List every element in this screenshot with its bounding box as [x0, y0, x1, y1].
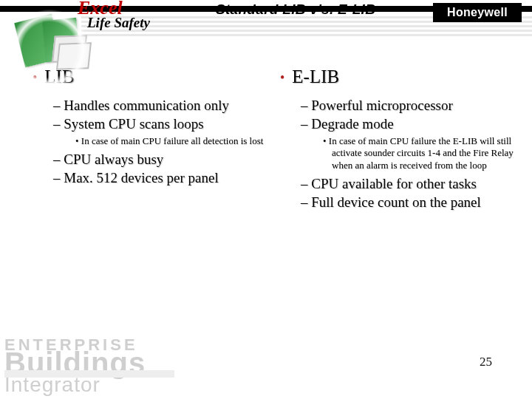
ebi-band	[4, 370, 174, 378]
column-elib: • E-LIB Powerful microprocessor Degrade …	[280, 66, 519, 213]
lib-point: System CPU scans loops	[53, 116, 271, 132]
page-number: 25	[480, 355, 492, 369]
column-lib: • LIB Handles communication only System …	[33, 66, 271, 213]
lib-point: CPU always busy	[53, 151, 271, 168]
bullet-icon: •	[280, 66, 284, 93]
product-subname: Life Safety	[87, 15, 150, 31]
elib-heading: E-LIB	[292, 66, 339, 87]
elib-point: Powerful microprocessor	[301, 98, 519, 114]
lib-subpoint: In case of main CPU failure all detectio…	[75, 135, 271, 147]
elib-point: Degrade mode	[301, 116, 519, 132]
elib-subpoint: In case of main CPU failure the E-LIB wi…	[323, 135, 519, 171]
honeywell-logo-text: Honeywell	[447, 6, 508, 19]
slide-title: Standard LIB v's. E-LIB	[216, 1, 375, 18]
elib-point: CPU available for other tasks	[301, 176, 519, 192]
lib-point: Handles communication only	[53, 98, 271, 114]
ebi-watermark: ENTERPRISE Buildings Integrator	[4, 338, 146, 395]
elib-point: Full device count on the panel	[301, 194, 519, 211]
honeywell-logo: Honeywell	[433, 3, 522, 22]
board-illustration	[13, 13, 87, 76]
lib-point: Max. 512 devices per panel	[53, 170, 271, 186]
